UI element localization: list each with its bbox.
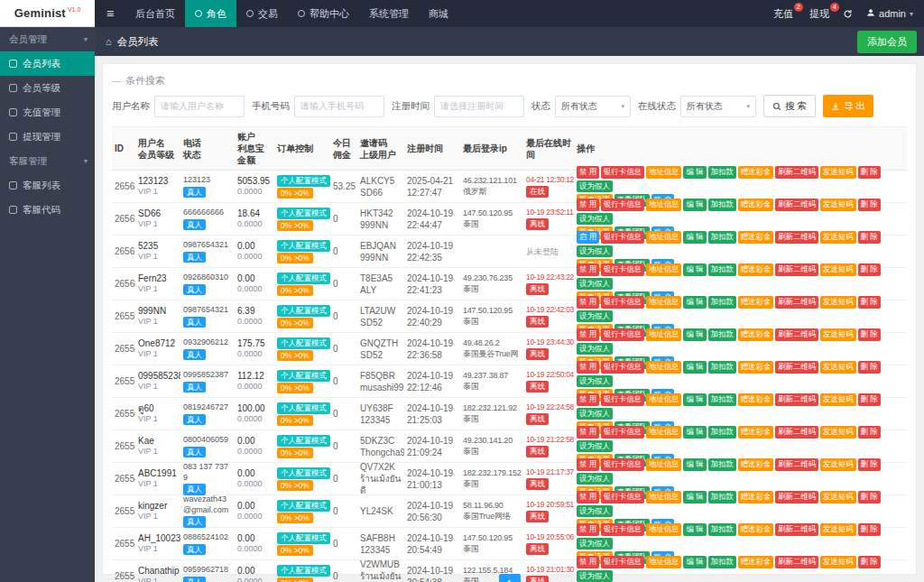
- action-button[interactable]: 编 辑: [683, 166, 706, 178]
- action-button[interactable]: 发送短码: [820, 426, 856, 438]
- action-button[interactable]: 银行卡信息: [601, 491, 644, 503]
- action-button[interactable]: 删 除: [858, 458, 881, 470]
- action-button[interactable]: 刷新二维码: [775, 166, 818, 178]
- action-button[interactable]: 银行卡信息: [601, 426, 644, 438]
- action-button[interactable]: 编 辑: [683, 199, 706, 210]
- action-button[interactable]: 编 辑: [683, 328, 706, 340]
- user-menu[interactable]: admin ▾: [866, 8, 913, 19]
- action-button[interactable]: 设为假人: [577, 245, 613, 257]
- search-field-select[interactable]: 所有状态 ▾: [680, 96, 756, 117]
- action-button[interactable]: 发送短码: [820, 231, 856, 243]
- action-button[interactable]: 银行卡信息: [601, 296, 644, 308]
- toggle-status-button[interactable]: 禁 用: [577, 166, 599, 178]
- action-button[interactable]: 银行卡信息: [601, 231, 644, 243]
- action-button[interactable]: 地址信息: [646, 393, 682, 405]
- action-button[interactable]: 编 辑: [683, 231, 706, 243]
- action-button[interactable]: 设为假人: [577, 473, 613, 485]
- action-button[interactable]: 刷新二维码: [775, 426, 818, 438]
- nav-item[interactable]: 商城: [419, 0, 458, 27]
- action-button[interactable]: 赠送彩金: [738, 491, 774, 503]
- action-button[interactable]: 删 除: [858, 426, 881, 438]
- action-button[interactable]: 银行卡信息: [601, 361, 644, 373]
- action-button[interactable]: 刷新二维码: [775, 328, 818, 340]
- nav-item[interactable]: 后台首页: [125, 0, 185, 27]
- menu-toggle-button[interactable]: ≡: [95, 6, 125, 21]
- search-field-input[interactable]: [294, 96, 384, 117]
- action-button[interactable]: 发送短码: [820, 556, 856, 568]
- action-button[interactable]: 加扣款: [708, 231, 736, 243]
- action-button[interactable]: 发送短码: [820, 296, 856, 308]
- action-button[interactable]: 赠送彩金: [738, 263, 774, 275]
- sidebar-item[interactable]: 会员列表: [0, 51, 95, 76]
- action-button[interactable]: 地址信息: [646, 491, 682, 503]
- toggle-status-button[interactable]: 禁 用: [577, 458, 599, 470]
- action-button[interactable]: 刷新二维码: [775, 556, 818, 568]
- action-button[interactable]: 编 辑: [683, 296, 706, 308]
- action-button[interactable]: 银行卡信息: [601, 263, 644, 275]
- action-button[interactable]: 刷新二维码: [775, 199, 818, 210]
- action-button[interactable]: 设为假人: [577, 375, 613, 387]
- action-button[interactable]: 发送短码: [820, 328, 856, 340]
- action-button[interactable]: 发送短码: [820, 199, 856, 210]
- action-button[interactable]: 地址信息: [646, 296, 682, 308]
- search-field-input[interactable]: [434, 96, 524, 117]
- action-button[interactable]: 赠送彩金: [738, 231, 774, 243]
- sidebar-item[interactable]: 会员等级: [0, 76, 95, 100]
- nav-item[interactable]: 角色: [185, 0, 236, 27]
- action-button[interactable]: 设为假人: [577, 440, 613, 452]
- action-button[interactable]: 发送短码: [820, 361, 856, 373]
- toggle-status-button[interactable]: 禁 用: [577, 523, 599, 535]
- action-button[interactable]: 加扣款: [708, 458, 736, 470]
- action-button[interactable]: 银行卡信息: [601, 523, 644, 535]
- action-button[interactable]: 刷新二维码: [775, 263, 818, 275]
- action-button[interactable]: 设为假人: [577, 408, 613, 420]
- sidebar-item[interactable]: 充值管理: [0, 100, 95, 125]
- action-button[interactable]: 加扣款: [708, 199, 736, 210]
- action-button[interactable]: 地址信息: [646, 556, 682, 568]
- action-button[interactable]: 删 除: [858, 523, 881, 535]
- toggle-status-button[interactable]: 禁 用: [577, 393, 599, 405]
- action-button[interactable]: 编 辑: [683, 458, 706, 470]
- action-button[interactable]: 删 除: [858, 491, 881, 503]
- action-button[interactable]: 银行卡信息: [601, 199, 644, 210]
- action-button[interactable]: 银行卡信息: [601, 328, 644, 340]
- action-button[interactable]: 设为假人: [577, 310, 613, 322]
- action-button[interactable]: 设为假人: [577, 213, 613, 225]
- action-button[interactable]: 加扣款: [708, 296, 736, 308]
- action-button[interactable]: 编 辑: [683, 263, 706, 275]
- action-button[interactable]: 地址信息: [646, 523, 682, 535]
- action-button[interactable]: 地址信息: [646, 426, 682, 438]
- sidebar-item[interactable]: 客服管理 ▾: [0, 149, 95, 173]
- action-button[interactable]: 发送短码: [820, 491, 856, 503]
- action-button[interactable]: 地址信息: [646, 361, 682, 373]
- export-button[interactable]: 导 出: [823, 95, 873, 117]
- action-button[interactable]: 刷新二维码: [775, 296, 818, 308]
- refresh-icon[interactable]: [843, 9, 853, 19]
- nav-item[interactable]: 帮助中心: [288, 0, 359, 27]
- action-button[interactable]: 发送短码: [820, 523, 856, 535]
- sidebar-item[interactable]: 客服代码: [0, 198, 95, 222]
- action-button[interactable]: 银行卡信息: [601, 556, 644, 568]
- action-button[interactable]: 发送短码: [820, 393, 856, 405]
- action-button[interactable]: 地址信息: [646, 199, 682, 210]
- action-button[interactable]: 赠送彩金: [738, 328, 774, 340]
- action-button[interactable]: 删 除: [858, 199, 881, 210]
- action-button[interactable]: 设为假人: [577, 343, 613, 355]
- action-button[interactable]: 银行卡信息: [601, 458, 644, 470]
- action-button[interactable]: 编 辑: [683, 491, 706, 503]
- search-button[interactable]: 搜 索: [763, 95, 816, 117]
- nav-item[interactable]: 交易: [236, 0, 288, 27]
- action-button[interactable]: 删 除: [858, 263, 881, 275]
- action-button[interactable]: 加扣款: [708, 491, 736, 503]
- toggle-status-button[interactable]: 禁 用: [577, 263, 599, 275]
- sidebar-item[interactable]: 会员管理 ▾: [0, 27, 95, 51]
- toggle-status-button[interactable]: 启 用: [577, 231, 599, 243]
- action-button[interactable]: 删 除: [858, 328, 881, 340]
- toggle-status-button[interactable]: 禁 用: [577, 426, 599, 438]
- action-button[interactable]: 删 除: [858, 393, 881, 405]
- sidebar-item[interactable]: 客服列表: [0, 173, 95, 198]
- nav-item[interactable]: 系统管理: [359, 0, 419, 27]
- action-button[interactable]: 删 除: [858, 361, 881, 373]
- action-button[interactable]: 加扣款: [708, 361, 736, 373]
- quick-link[interactable]: 提现 4: [809, 7, 829, 21]
